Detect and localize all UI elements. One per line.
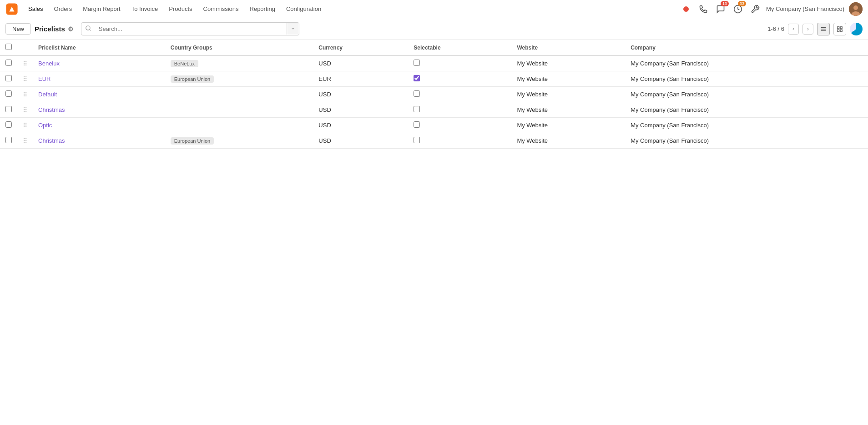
selectable-cell[interactable] — [408, 87, 511, 102]
col-country-groups[interactable]: Country Groups — [165, 40, 313, 55]
prev-page-button[interactable] — [788, 24, 799, 35]
next-page-button[interactable] — [802, 24, 813, 35]
list-view-button[interactable] — [817, 23, 830, 35]
table-row[interactable]: ⠿EUREuropean UnionEURMy WebsiteMy Compan… — [0, 71, 868, 87]
row-checkbox[interactable] — [5, 75, 12, 81]
currency-cell: USD — [313, 87, 408, 102]
currency-cell: USD — [313, 118, 408, 133]
row-checkbox-cell — [0, 71, 17, 87]
nav-item-to-invoice[interactable]: To Invoice — [127, 3, 163, 15]
company-cell: My Company (San Francisco) — [625, 87, 868, 102]
messages-icon-btn[interactable]: 13 — [714, 3, 727, 15]
col-pricelist-name[interactable]: Pricelist Name — [33, 40, 165, 55]
selectable-checkbox[interactable] — [414, 137, 420, 143]
company-name[interactable]: My Company (San Francisco) — [766, 5, 844, 12]
country-group-tag: BeNeLux — [171, 60, 198, 67]
pricelist-name-cell[interactable]: Benelux — [33, 55, 165, 71]
table-row[interactable]: ⠿BeneluxBeNeLuxUSDMy WebsiteMy Company (… — [0, 55, 868, 71]
selectable-checkbox[interactable] — [414, 75, 420, 81]
row-checkbox[interactable] — [5, 90, 12, 97]
activity-icon-btn[interactable]: 33 — [732, 3, 744, 15]
table-row[interactable]: ⠿OpticUSDMy WebsiteMy Company (San Franc… — [0, 118, 868, 133]
row-checkbox[interactable] — [5, 121, 12, 128]
nav-item-reporting[interactable]: Reporting — [245, 3, 280, 15]
drag-handle[interactable]: ⠿ — [17, 71, 33, 87]
drag-handle[interactable]: ⠿ — [17, 87, 33, 102]
drag-handle[interactable]: ⠿ — [17, 102, 33, 118]
drag-handle[interactable]: ⠿ — [17, 118, 33, 133]
search-bar — [81, 22, 299, 35]
company-cell: My Company (San Francisco) — [625, 102, 868, 118]
search-input[interactable] — [95, 23, 287, 35]
nav-item-configuration[interactable]: Configuration — [282, 3, 326, 15]
nav-item-margin-report[interactable]: Margin Report — [78, 3, 125, 15]
company-cell: My Company (San Francisco) — [625, 55, 868, 71]
pricelist-name-cell[interactable]: Christmas — [33, 133, 165, 149]
selectable-checkbox[interactable] — [414, 106, 420, 112]
table-row[interactable]: ⠿ChristmasUSDMy WebsiteMy Company (San F… — [0, 102, 868, 118]
user-avatar[interactable] — [849, 2, 863, 16]
drag-handle[interactable]: ⠿ — [17, 133, 33, 149]
selectable-checkbox[interactable] — [414, 90, 420, 97]
pricelists-table: Pricelist Name Country Groups Currency S… — [0, 40, 868, 149]
svg-line-8 — [89, 30, 91, 31]
nav-item-sales[interactable]: Sales — [24, 3, 48, 15]
selectable-cell[interactable] — [408, 133, 511, 149]
toolbar: New Pricelists ⚙ 1-6 / 6 — [0, 18, 868, 40]
country-groups-cell — [165, 118, 313, 133]
country-groups-cell — [165, 87, 313, 102]
row-checkbox[interactable] — [5, 60, 12, 66]
pagination-label: 1-6 / 6 — [767, 25, 784, 32]
row-checkbox[interactable] — [5, 106, 12, 112]
svg-rect-14 — [838, 30, 839, 31]
selectable-checkbox[interactable] — [414, 60, 420, 66]
selectable-checkbox[interactable] — [414, 121, 420, 128]
svg-point-1 — [10, 8, 13, 11]
page-title-text: Pricelists — [35, 25, 65, 33]
website-cell: My Website — [511, 102, 625, 118]
select-all-header[interactable] — [0, 40, 17, 55]
col-website[interactable]: Website — [511, 40, 625, 55]
settings-icon[interactable]: ⚙ — [68, 25, 74, 33]
svg-rect-12 — [838, 26, 839, 28]
selectable-cell[interactable] — [408, 102, 511, 118]
search-dropdown-button[interactable] — [287, 23, 299, 35]
new-button[interactable]: New — [5, 23, 31, 35]
col-selectable[interactable]: Selectable — [408, 40, 511, 55]
country-groups-cell: BeNeLux — [165, 55, 313, 71]
select-all-checkbox[interactable] — [5, 44, 12, 50]
row-checkbox-cell — [0, 102, 17, 118]
col-company[interactable]: Company — [625, 40, 868, 55]
website-cell: My Website — [511, 133, 625, 149]
table-row[interactable]: ⠿DefaultUSDMy WebsiteMy Company (San Fra… — [0, 87, 868, 102]
navbar-right: 13 33 My Company (San Francisco) — [680, 2, 863, 16]
pricelist-name-cell[interactable]: Default — [33, 87, 165, 102]
drag-handle[interactable]: ⠿ — [17, 55, 33, 71]
app-logo[interactable] — [5, 3, 18, 15]
debug-icon[interactable] — [749, 3, 762, 15]
country-groups-cell: European Union — [165, 71, 313, 87]
row-checkbox-cell — [0, 87, 17, 102]
website-cell: My Website — [511, 118, 625, 133]
currency-cell: USD — [313, 133, 408, 149]
pricelist-name-cell[interactable]: EUR — [33, 71, 165, 87]
table-row[interactable]: ⠿ChristmasEuropean UnionUSDMy WebsiteMy … — [0, 133, 868, 149]
nav-item-orders[interactable]: Orders — [50, 3, 77, 15]
selectable-cell[interactable] — [408, 118, 511, 133]
selectable-cell[interactable] — [408, 71, 511, 87]
nav-item-commissions[interactable]: Commissions — [199, 3, 243, 15]
svg-point-5 — [853, 5, 858, 10]
voip-icon[interactable] — [697, 3, 710, 15]
row-checkbox[interactable] — [5, 137, 12, 143]
pricelist-name-cell[interactable]: Christmas — [33, 102, 165, 118]
website-cell: My Website — [511, 87, 625, 102]
status-dot[interactable] — [680, 3, 692, 15]
page-title: Pricelists ⚙ — [35, 25, 74, 33]
pricelist-name-cell[interactable]: Optic — [33, 118, 165, 133]
nav-item-products[interactable]: Products — [164, 3, 197, 15]
kanban-view-button[interactable] — [833, 23, 846, 35]
svg-rect-15 — [840, 30, 842, 31]
selectable-cell[interactable] — [408, 55, 511, 71]
company-cell: My Company (San Francisco) — [625, 133, 868, 149]
col-currency[interactable]: Currency — [313, 40, 408, 55]
